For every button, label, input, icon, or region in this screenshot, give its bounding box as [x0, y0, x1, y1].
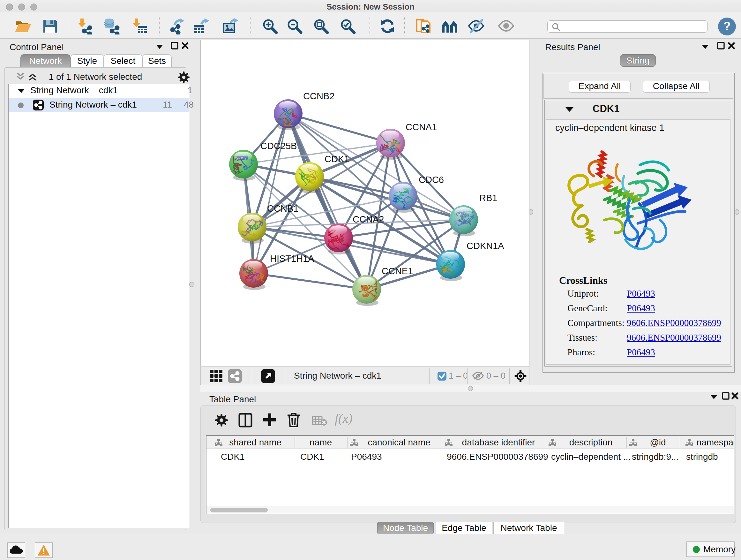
svg-text:CCNB2: CCNB2 [303, 91, 334, 101]
svg-text:CDC25B: CDC25B [260, 141, 297, 151]
svg-text:CDK1: CDK1 [325, 154, 349, 164]
svg-text:CCNA1: CCNA1 [406, 122, 437, 132]
svg-text:CCNE1: CCNE1 [382, 266, 413, 276]
svg-text:RB1: RB1 [479, 193, 497, 203]
svg-text:HIST1H1A: HIST1H1A [270, 253, 314, 264]
svg-text:CCNA2: CCNA2 [353, 214, 384, 225]
svg-text:CDKN1A: CDKN1A [467, 241, 504, 251]
svg-text:?: ? [723, 19, 731, 33]
svg-text:CCNB1: CCNB1 [267, 203, 298, 213]
svg-text:CDC6: CDC6 [419, 175, 444, 185]
